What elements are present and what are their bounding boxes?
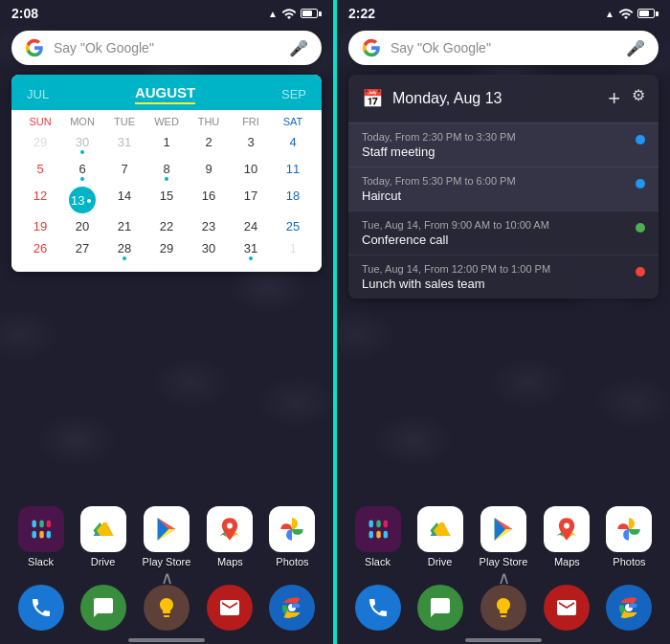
svg-rect-3 <box>39 531 43 539</box>
app-playstore-left[interactable]: Play Store <box>143 506 191 567</box>
phone-icon-left[interactable] <box>18 585 64 631</box>
lightbulb-icon-left[interactable] <box>144 585 190 631</box>
app-drive-right[interactable]: Drive <box>417 506 463 567</box>
chrome-icon-left[interactable] <box>269 585 315 631</box>
cal-day-2[interactable]: 2 <box>188 131 230 158</box>
agenda-event-4[interactable]: Tue, Aug 14, From 12:00 PM to 1:00 PM Lu… <box>348 255 659 299</box>
cal-day-29-prev[interactable]: 29 <box>19 131 61 158</box>
drive-label-right: Drive <box>428 556 453 567</box>
status-bar-left: 2:08 ▲ <box>0 0 333 25</box>
svg-rect-11 <box>376 531 380 539</box>
cal-day-4[interactable]: 4 <box>272 131 314 158</box>
search-bar-right[interactable]: Say "Ok Google" 🎤 <box>348 31 659 65</box>
chrome-icon-right[interactable] <box>606 585 652 631</box>
cal-day-30[interactable]: 30 <box>188 237 230 264</box>
svg-rect-4 <box>46 520 50 527</box>
agenda-event-1[interactable]: Today, From 2:30 PM to 3:30 PM Staff mee… <box>348 122 659 167</box>
cal-day-6[interactable]: 6 <box>61 158 103 185</box>
cal-day-31[interactable]: 31 <box>230 237 272 264</box>
cal-day-31-prev[interactable]: 31 <box>103 131 145 158</box>
gmail-icon-right[interactable] <box>544 585 590 631</box>
cal-day-10[interactable]: 10 <box>230 158 272 185</box>
cal-day-24[interactable]: 24 <box>230 215 272 237</box>
app-photos-right[interactable]: Photos <box>606 506 652 567</box>
cal-day-3[interactable]: 3 <box>230 131 272 158</box>
left-phone-panel: 2:08 ▲ Say "Ok Google" 🎤 JUL <box>0 0 335 644</box>
signal-icon-left: ▲ <box>268 9 278 19</box>
cal-day-15[interactable]: 15 <box>145 185 188 215</box>
maps-icon-right <box>544 506 590 552</box>
cal-day-23[interactable]: 23 <box>188 215 230 237</box>
agenda-event-3-title: Conference call <box>362 233 626 247</box>
agenda-event-4-time: Tue, Aug 14, From 12:00 PM to 1:00 PM <box>362 263 626 275</box>
lightbulb-icon-right[interactable] <box>480 585 526 631</box>
search-placeholder-left: Say "Ok Google" <box>54 40 279 56</box>
agenda-settings-button[interactable]: ⚙ <box>632 86 645 111</box>
agenda-event-3-content: Tue, Aug 14, From 9:00 AM to 10:00 AM Co… <box>362 219 626 247</box>
cal-day-19[interactable]: 19 <box>19 215 61 237</box>
app-playstore-right[interactable]: Play Store <box>480 506 528 567</box>
search-bar-left[interactable]: Say "Ok Google" 🎤 <box>11 31 322 65</box>
agenda-event-3-dot <box>636 223 645 233</box>
cal-day-1-next[interactable]: 1 <box>272 237 314 264</box>
agenda-event-2-dot <box>636 179 645 189</box>
cal-day-14[interactable]: 14 <box>103 185 145 215</box>
app-slack-right[interactable]: Slack <box>355 506 401 567</box>
cal-day-7[interactable]: 7 <box>103 158 145 185</box>
cal-day-13-today[interactable]: 13 <box>69 187 96 213</box>
mic-icon-right: 🎤 <box>626 39 645 57</box>
cal-day-21[interactable]: 21 <box>103 215 145 237</box>
agenda-event-2-time: Today, From 5:30 PM to 6:00 PM <box>362 175 626 187</box>
svg-rect-13 <box>383 531 387 539</box>
agenda-event-3[interactable]: Tue, Aug 14, From 9:00 AM to 10:00 AM Co… <box>348 211 659 255</box>
cal-day-22[interactable]: 22 <box>145 215 188 237</box>
app-maps-right[interactable]: Maps <box>544 506 590 567</box>
cal-day-17[interactable]: 17 <box>230 185 272 215</box>
svg-point-14 <box>564 523 570 529</box>
messages-icon-right[interactable] <box>417 585 463 631</box>
cal-month-sep[interactable]: SEP <box>281 87 306 101</box>
slack-label-right: Slack <box>365 556 391 567</box>
messages-icon-left[interactable] <box>80 585 126 631</box>
app-slack-left[interactable]: Slack <box>18 506 64 567</box>
agenda-event-1-dot <box>636 135 645 144</box>
status-icons-right: ▲ <box>605 8 659 19</box>
cal-day-20[interactable]: 20 <box>61 215 103 237</box>
cal-day-8[interactable]: 8 <box>145 158 188 185</box>
cal-month-august[interactable]: AUGUST <box>135 84 195 104</box>
signal-icon-right: ▲ <box>605 9 614 19</box>
cal-day-18[interactable]: 18 <box>272 185 314 215</box>
slack-icon-right <box>355 506 401 552</box>
playstore-icon-right <box>480 506 526 552</box>
cal-day-9[interactable]: 9 <box>188 158 230 185</box>
photos-icon-left <box>269 506 315 552</box>
gmail-icon-left[interactable] <box>207 585 253 631</box>
cal-day-29[interactable]: 29 <box>145 237 188 264</box>
maps-label-left: Maps <box>217 556 243 567</box>
cal-day-30-prev[interactable]: 30 <box>61 131 103 158</box>
cal-day-27[interactable]: 27 <box>61 237 103 264</box>
bottom-dock-left <box>0 579 333 636</box>
cal-day-28[interactable]: 28 <box>103 237 145 264</box>
mic-icon-left: 🎤 <box>289 39 308 57</box>
bottom-dock-right <box>337 579 670 636</box>
day-header-thu: THU <box>188 114 230 129</box>
agenda-event-2[interactable]: Today, From 5:30 PM to 6:00 PM Haircut <box>348 167 659 211</box>
cal-day-11[interactable]: 11 <box>272 158 314 185</box>
phone-icon-right[interactable] <box>355 585 401 631</box>
cal-day-16[interactable]: 16 <box>188 185 230 215</box>
cal-day-12[interactable]: 12 <box>19 185 61 215</box>
app-maps-left[interactable]: Maps <box>207 506 253 567</box>
battery-icon-right <box>637 9 659 18</box>
svg-point-6 <box>227 523 233 529</box>
app-photos-left[interactable]: Photos <box>269 506 315 567</box>
cal-day-5[interactable]: 5 <box>19 158 61 185</box>
cal-day-26[interactable]: 26 <box>19 237 61 264</box>
cal-day-25[interactable]: 25 <box>272 215 314 237</box>
wifi-icon-right <box>618 8 634 19</box>
cal-month-jul[interactable]: JUL <box>27 87 49 101</box>
photos-icon-right <box>606 506 652 552</box>
app-drive-left[interactable]: Drive <box>80 506 126 567</box>
agenda-add-button[interactable]: + <box>608 86 620 111</box>
cal-day-1[interactable]: 1 <box>145 131 188 158</box>
